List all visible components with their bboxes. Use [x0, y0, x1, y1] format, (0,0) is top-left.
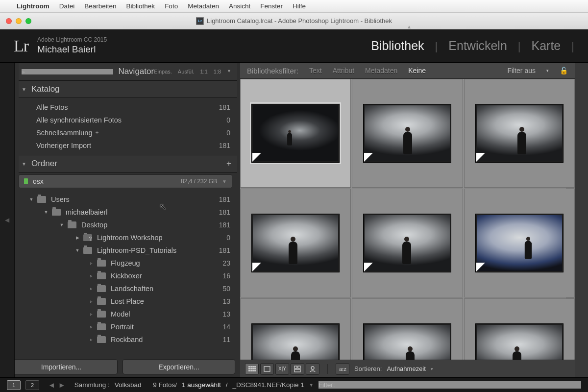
- disclosure-icon[interactable]: ▹: [88, 299, 94, 304]
- add-folder-icon[interactable]: +: [226, 159, 231, 169]
- folder-row[interactable]: ▼Desktop181: [20, 219, 230, 231]
- module-bibliothek[interactable]: Bibliothek: [371, 39, 424, 53]
- chevron-down-icon[interactable]: ▼: [227, 69, 231, 74]
- flag-icon[interactable]: [476, 263, 485, 271]
- filter-metadaten[interactable]: Metadaten: [365, 67, 397, 74]
- panel-collapse-top-icon[interactable]: ▲: [407, 24, 412, 29]
- menubar-app[interactable]: Lightroom: [17, 2, 49, 10]
- view-people-button[interactable]: [306, 363, 319, 375]
- folder-row[interactable]: ▹Portrait14: [20, 320, 230, 333]
- folder-row[interactable]: ▼Lightroom-PSD_Tutorials181: [20, 244, 230, 257]
- disclosure-icon[interactable]: ▼: [59, 222, 65, 227]
- disclosure-icon[interactable]: ▹: [88, 324, 94, 329]
- disclosure-icon[interactable]: ▼: [28, 197, 34, 202]
- folder-count: 50: [222, 285, 230, 293]
- sort-direction-button[interactable]: a↕z: [336, 363, 349, 375]
- nav-back-icon[interactable]: ◄: [48, 381, 55, 389]
- right-panel-collapsed[interactable]: [575, 63, 588, 377]
- volume-row[interactable]: osx 82,4 / 232 GB ▼: [19, 174, 232, 188]
- menu-datei[interactable]: Datei: [59, 2, 75, 10]
- menu-metadaten[interactable]: Metadaten: [188, 2, 219, 10]
- menu-bibliothek[interactable]: Bibliothek: [126, 2, 155, 10]
- menu-fenster[interactable]: Fenster: [260, 2, 283, 10]
- folder-row[interactable]: ▹Kickboxer16: [20, 270, 230, 282]
- plus-icon[interactable]: +: [95, 129, 98, 136]
- flag-icon[interactable]: [364, 153, 373, 162]
- lock-icon[interactable]: 🔓: [560, 67, 568, 74]
- catalog-row[interactable]: Alle Fotos181: [20, 101, 230, 114]
- module-karte[interactable]: Karte: [532, 39, 561, 53]
- chevron-down-icon[interactable]: ▾: [431, 367, 433, 371]
- thumbnail-image: [476, 104, 563, 162]
- menu-foto[interactable]: Foto: [165, 2, 178, 10]
- thumbnail-image: [364, 214, 451, 272]
- nav-opt-fit[interactable]: Einpas.: [154, 69, 172, 74]
- disclosure-icon[interactable]: ▹: [88, 337, 94, 342]
- sort-dropdown[interactable]: Aufnahmezeit: [387, 365, 426, 372]
- thumbnail-cell[interactable]: [464, 298, 575, 360]
- thumbnail-cell[interactable]: [352, 189, 463, 297]
- chevron-down-icon[interactable]: ▼: [309, 383, 314, 388]
- status-collection[interactable]: Volksbad: [115, 381, 142, 389]
- folder-row[interactable]: ▹Rockband11: [20, 333, 230, 346]
- view-grid-button[interactable]: [245, 363, 259, 375]
- export-button[interactable]: Exportieren...: [122, 359, 235, 374]
- flag-icon[interactable]: [364, 263, 373, 271]
- disclosure-icon[interactable]: ▹: [88, 286, 94, 291]
- menu-hilfe[interactable]: Hilfe: [293, 2, 306, 10]
- view-survey-button[interactable]: [291, 363, 304, 375]
- folder-icon: [97, 298, 106, 305]
- thumbnail-image: [476, 324, 563, 360]
- nav-opt-fill[interactable]: Ausfül.: [178, 69, 195, 74]
- flag-icon[interactable]: [476, 153, 485, 162]
- thumbnail-cell[interactable]: [240, 189, 351, 297]
- disclosure-icon[interactable]: ▹: [88, 273, 94, 278]
- catalog-row[interactable]: Alle synchronisierten Fotos0: [20, 114, 230, 126]
- disclosure-icon[interactable]: ▼: [74, 248, 80, 253]
- thumbnail-cell[interactable]: [464, 189, 575, 297]
- menu-bearbeiten[interactable]: Bearbeiten: [84, 2, 116, 10]
- filter-text[interactable]: Text: [309, 67, 322, 74]
- disclosure-icon[interactable]: ▼: [43, 210, 49, 215]
- view-compare-button[interactable]: X|Y: [275, 363, 289, 375]
- left-panel-collapse[interactable]: ◀: [0, 63, 15, 377]
- flag-icon[interactable]: [252, 263, 261, 271]
- folders-header[interactable]: ▼ Ordner +: [19, 155, 237, 172]
- thumbnail-cell[interactable]: [352, 79, 463, 188]
- flag-icon[interactable]: [252, 153, 261, 162]
- catalog-header[interactable]: ▼ Katalog: [19, 80, 237, 98]
- secondary-display-1[interactable]: 1: [7, 380, 21, 390]
- thumbnail-cell[interactable]: [240, 79, 351, 188]
- nav-forward-icon[interactable]: ►: [58, 381, 66, 389]
- folder-row[interactable]: ▼michaelbaierl181: [20, 206, 230, 219]
- catalog-row[interactable]: Vorheriger Import181: [20, 139, 230, 152]
- nav-opt-ratio[interactable]: 1:8: [214, 69, 221, 74]
- disclosure-icon[interactable]: ▹: [88, 261, 94, 266]
- filter-keine[interactable]: Keine: [408, 67, 426, 74]
- filter-preset[interactable]: Filter aus: [507, 67, 536, 74]
- chevron-down-icon[interactable]: ▾: [546, 68, 549, 73]
- navigator-header[interactable]: ▶ Navigator Einpas. Ausfül. 1:1 1:8 ▼: [19, 63, 237, 80]
- thumbnail-cell[interactable]: [240, 298, 351, 360]
- folder-row[interactable]: ▹Lost Place13: [20, 295, 230, 308]
- menu-ansicht[interactable]: Ansicht: [229, 2, 250, 10]
- chevron-down-icon[interactable]: ▼: [222, 179, 227, 184]
- status-bar: 1 2 ◄ ► Sammlung : Volksbad 9 Fotos/ 1 a…: [0, 377, 588, 392]
- folder-row[interactable]: ▹Model13: [20, 308, 230, 320]
- secondary-display-2[interactable]: 2: [25, 380, 39, 390]
- thumbnail-cell[interactable]: [464, 79, 575, 188]
- thumbnail-cell[interactable]: [352, 298, 463, 360]
- folder-row[interactable]: ▹Flugzeug23: [20, 257, 230, 270]
- view-loupe-button[interactable]: [260, 363, 274, 375]
- import-button[interactable]: Importieren...: [5, 359, 118, 374]
- disclosure-icon[interactable]: ▹: [88, 312, 94, 317]
- catalog-row[interactable]: Schnellsammlung+0: [20, 126, 230, 139]
- folder-row[interactable]: ▹Landschaften50: [20, 282, 230, 295]
- nav-opt-1to1[interactable]: 1:1: [200, 69, 207, 74]
- disclosure-icon[interactable]: ▶: [74, 235, 80, 240]
- filter-attribut[interactable]: Attribut: [333, 67, 354, 74]
- module-entwickeln[interactable]: Entwickeln: [448, 39, 507, 53]
- thumbnail-grid[interactable]: [240, 79, 575, 360]
- folder-row[interactable]: ▼Users181: [20, 193, 230, 206]
- folder-row[interactable]: ▶?Lightroom Workshop0: [20, 231, 230, 244]
